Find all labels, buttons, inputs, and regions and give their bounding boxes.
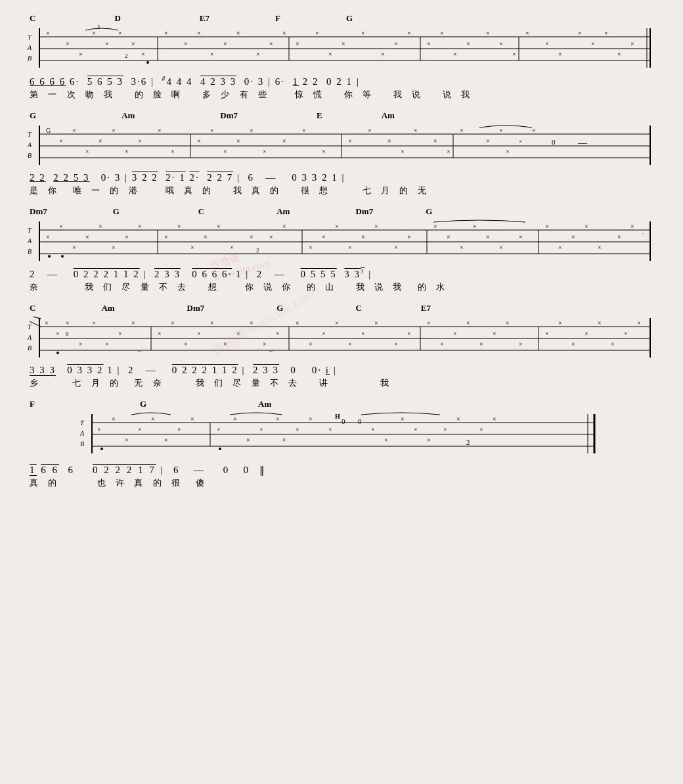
chord-G5: G bbox=[276, 303, 283, 313]
chord-D: D bbox=[114, 13, 120, 24]
svg-text:×: × bbox=[223, 148, 227, 155]
svg-text:×: × bbox=[131, 319, 135, 327]
svg-text:×: × bbox=[617, 51, 621, 58]
svg-text:×: × bbox=[545, 40, 549, 47]
svg-text:×: × bbox=[204, 233, 208, 241]
svg-text:×: × bbox=[443, 426, 447, 433]
svg-text:×: × bbox=[486, 233, 490, 241]
svg-text:×: × bbox=[637, 319, 641, 327]
chord-Dm7: Dm7 bbox=[220, 110, 238, 121]
svg-text:×: × bbox=[361, 330, 365, 337]
svg-text:T: T bbox=[28, 323, 32, 331]
svg-text:×: × bbox=[598, 244, 602, 251]
section-3: Dm7 G C Am Dm7 G T A B × × × × × × bbox=[13, 206, 670, 293]
svg-text:×: × bbox=[506, 148, 510, 155]
svg-text:A: A bbox=[27, 44, 32, 51]
svg-text:×: × bbox=[571, 340, 575, 348]
svg-text:×: × bbox=[394, 340, 398, 348]
svg-text:T: T bbox=[28, 227, 32, 234]
chord-Dm7-3: Dm7 bbox=[355, 206, 373, 217]
svg-text:×: × bbox=[456, 415, 460, 423]
tab-staff-3: T A B × × × × × × × × × × × × × × × bbox=[13, 218, 670, 264]
svg-text:A: A bbox=[79, 430, 85, 437]
svg-point-257 bbox=[219, 448, 221, 450]
svg-text:×: × bbox=[545, 223, 549, 230]
chord-F2: F bbox=[30, 399, 35, 409]
svg-text:×: × bbox=[250, 233, 253, 241]
svg-text:×: × bbox=[56, 330, 60, 337]
svg-text:·: · bbox=[642, 230, 644, 237]
svg-text:B: B bbox=[28, 344, 32, 352]
svg-text:×: × bbox=[164, 233, 168, 241]
svg-text:×: × bbox=[72, 244, 76, 251]
svg-text:×: × bbox=[282, 137, 286, 145]
svg-text:×: × bbox=[447, 148, 451, 155]
svg-text:×: × bbox=[158, 127, 162, 134]
lyrics-line-4: 乡 七 月 的 无 奈 我 们 尽 量 不 去 讲 我 bbox=[30, 377, 670, 389]
svg-text:×: × bbox=[407, 330, 411, 337]
tab-staff-5: T A B × × × × × × × × × × × × × × × bbox=[13, 411, 670, 460]
svg-text:×: × bbox=[250, 319, 253, 327]
chord-C: C bbox=[30, 13, 35, 24]
svg-text:0: 0 bbox=[552, 138, 556, 146]
svg-text:×: × bbox=[381, 51, 385, 58]
chord-E: E bbox=[317, 110, 322, 121]
svg-point-256 bbox=[100, 448, 103, 450]
svg-text:×: × bbox=[433, 137, 437, 145]
svg-text:×: × bbox=[210, 319, 214, 327]
chord-Am3: Am bbox=[276, 206, 290, 217]
section-2: G Am Dm7 E Am T A B G × × × × × × × bbox=[13, 110, 670, 196]
svg-text:×: × bbox=[46, 233, 50, 241]
svg-text:×: × bbox=[519, 138, 522, 145]
chord-E7-2: E7 bbox=[421, 303, 431, 313]
svg-text:×: × bbox=[571, 233, 575, 241]
lyrics-line-1: 第 一 次 吻 我 的 脸 啊 多 少 有 些 惊 慌 你 等 我 说 说 我 bbox=[30, 89, 670, 101]
svg-text:×: × bbox=[433, 223, 437, 230]
notation-line-2: 2 2 2 2 5 3 0· 3 | 3 2 2 2· 1 2· 2 2 7 |… bbox=[30, 172, 670, 183]
svg-text:3: 3 bbox=[97, 25, 100, 30]
svg-text:×: × bbox=[453, 330, 457, 337]
svg-text:×: × bbox=[236, 137, 240, 145]
svg-text:A: A bbox=[27, 237, 32, 244]
svg-text:×: × bbox=[118, 30, 122, 37]
svg-text:×: × bbox=[66, 319, 70, 327]
chord-G3: G bbox=[113, 206, 120, 217]
svg-text:×: × bbox=[407, 30, 411, 37]
svg-text:H: H bbox=[335, 413, 340, 420]
svg-text:A: A bbox=[27, 334, 32, 341]
svg-text:×: × bbox=[92, 319, 96, 327]
svg-text:×: × bbox=[387, 137, 391, 145]
svg-text:×: × bbox=[282, 436, 286, 444]
svg-text:×: × bbox=[246, 436, 250, 444]
svg-text:2: 2 bbox=[125, 53, 128, 59]
svg-text:×: × bbox=[328, 51, 332, 58]
svg-point-153 bbox=[48, 255, 51, 258]
svg-text:×: × bbox=[493, 415, 496, 423]
svg-text:×: × bbox=[611, 340, 615, 348]
svg-text:×: × bbox=[414, 426, 418, 433]
svg-text:×: × bbox=[374, 319, 378, 327]
svg-text:×: × bbox=[630, 223, 634, 230]
svg-text:0: 0 bbox=[66, 331, 69, 337]
svg-text:×: × bbox=[190, 244, 194, 251]
svg-text:×: × bbox=[414, 127, 418, 134]
svg-text:×: × bbox=[112, 127, 116, 134]
svg-text:×: × bbox=[348, 340, 352, 348]
svg-text:×: × bbox=[328, 426, 332, 433]
svg-text:×: × bbox=[335, 223, 339, 230]
notation-line-1: 6 6 6 6 6· 5 6 5 3 3·6 | #4 4 4 4 2 3 3 … bbox=[30, 75, 670, 87]
svg-text:×: × bbox=[479, 426, 483, 433]
chord-Dm7-2: Dm7 bbox=[30, 206, 47, 217]
svg-text:×: × bbox=[460, 127, 464, 134]
notation-line-5: 1 6 6 6 0 2 2 2 1 7 | 6 — 0 0 ‖ bbox=[30, 464, 670, 476]
lyrics-line-2: 是 你 唯 一 的 港 哦 真 的 我 真 的 很 想 七 月 的 无 bbox=[30, 185, 670, 196]
svg-text:×: × bbox=[348, 137, 352, 145]
svg-text:×: × bbox=[210, 51, 214, 58]
chord-C3: C bbox=[30, 303, 35, 313]
svg-text:×: × bbox=[486, 137, 490, 145]
svg-text:×: × bbox=[617, 233, 621, 241]
svg-text:×: × bbox=[394, 40, 398, 47]
svg-text:×: × bbox=[125, 233, 129, 241]
svg-point-55 bbox=[146, 61, 149, 64]
svg-text:×: × bbox=[125, 148, 129, 155]
